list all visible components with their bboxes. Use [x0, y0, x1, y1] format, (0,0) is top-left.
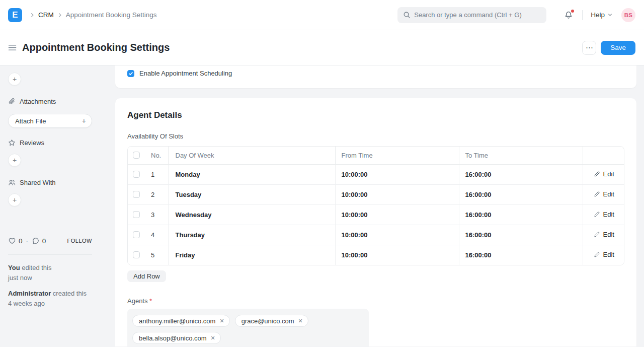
from-time-cell[interactable]: 10:00:00: [335, 204, 459, 225]
edit-row-button[interactable]: Edit: [594, 190, 614, 198]
table-row: 1 Monday 10:00:00 16:00:00 Edit: [128, 164, 624, 184]
enable-scheduling-label: Enable Appointment Scheduling: [139, 70, 232, 77]
help-label: Help: [591, 11, 605, 19]
edit-row-button[interactable]: Edit: [594, 170, 614, 178]
history-actor: Administrator: [8, 290, 51, 297]
select-all-checkbox[interactable]: [133, 152, 140, 159]
edit-label: Edit: [603, 190, 614, 198]
to-time-cell[interactable]: 16:00:00: [459, 245, 583, 265]
attach-file-button[interactable]: Attach File +: [8, 114, 92, 128]
search-icon: [403, 11, 411, 19]
comment-icon[interactable]: [32, 237, 40, 245]
shared-with-section: Shared With: [8, 179, 100, 186]
pencil-icon: [594, 251, 600, 258]
table-row: 3 Wednesday 10:00:00 16:00:00 Edit: [128, 204, 624, 225]
to-time-cell[interactable]: 16:00:00: [459, 204, 583, 225]
notifications-bell-icon[interactable]: [563, 10, 574, 21]
edit-row-button[interactable]: Edit: [594, 211, 614, 218]
plus-icon: +: [82, 117, 86, 125]
add-review-button[interactable]: +: [8, 154, 21, 167]
sidebar-divider: [8, 254, 92, 255]
row-checkbox[interactable]: [133, 171, 140, 178]
help-menu[interactable]: Help: [591, 11, 613, 19]
add-row-button[interactable]: Add Row: [127, 270, 166, 282]
search-input[interactable]: [397, 7, 546, 23]
user-avatar[interactable]: BS: [621, 8, 635, 22]
heart-icon[interactable]: [8, 237, 16, 245]
attachments-label: Attachments: [20, 98, 56, 105]
reviews-section: Reviews: [8, 139, 100, 147]
breadcrumb-item: CRM: [26, 11, 54, 19]
day-of-week-cell[interactable]: Friday: [168, 245, 335, 265]
required-asterisk: *: [149, 297, 152, 305]
from-time-cell[interactable]: 10:00:00: [335, 245, 459, 265]
availability-slots-table: No. Day Of Week From Time To Time 1 Mond…: [127, 146, 624, 265]
edit-label: Edit: [603, 231, 614, 238]
day-of-week-cell[interactable]: Tuesday: [168, 184, 335, 204]
row-checkbox[interactable]: [133, 211, 140, 218]
row-checkbox[interactable]: [133, 251, 140, 258]
breadcrumb-link[interactable]: Appointment Booking Settings: [66, 11, 157, 19]
history-item: You edited this just now: [8, 264, 100, 282]
edit-row-button[interactable]: Edit: [594, 231, 614, 238]
agent-email: bella.alsop@unico.com: [139, 334, 207, 342]
edit-label: Edit: [603, 170, 614, 178]
day-of-week-cell[interactable]: Thursday: [168, 225, 335, 245]
to-time-cell[interactable]: 16:00:00: [459, 184, 583, 204]
row-number: 4: [145, 225, 168, 245]
row-checkbox[interactable]: [133, 191, 140, 198]
agents-label-text: Agents: [127, 297, 147, 305]
history-actor: You: [8, 264, 20, 271]
reviews-label: Reviews: [20, 139, 44, 147]
sidebar-toggle-icon[interactable]: [8, 44, 17, 51]
attachments-section: Attachments: [8, 98, 100, 105]
remove-tag-icon[interactable]: ✕: [298, 318, 303, 324]
from-time-cell[interactable]: 10:00:00: [335, 164, 459, 184]
to-time-cell[interactable]: 16:00:00: [459, 164, 583, 184]
chevron-down-icon: [607, 12, 613, 18]
count-separator: ·: [26, 237, 28, 245]
remove-tag-icon[interactable]: ✕: [211, 335, 215, 341]
agents-field-label: Agents *: [127, 297, 624, 305]
col-header-day: Day Of Week: [168, 147, 335, 164]
agent-email: grace@unico.com: [242, 317, 294, 325]
follow-button[interactable]: FOLLOW: [67, 238, 92, 244]
row-checkbox[interactable]: [133, 231, 140, 238]
history-item: Administrator created this 4 weeks ago: [8, 290, 100, 307]
from-time-cell[interactable]: 10:00:00: [335, 225, 459, 245]
day-of-week-cell[interactable]: Monday: [168, 164, 335, 184]
star-icon: [8, 139, 16, 147]
share-button[interactable]: +: [8, 193, 21, 206]
save-button[interactable]: Save: [601, 41, 635, 55]
history-when: 4 weeks ago: [8, 300, 100, 307]
breadcrumb-item: Appointment Booking Settings: [54, 11, 157, 19]
chevron-right-icon: [29, 12, 35, 18]
to-time-cell[interactable]: 16:00:00: [459, 225, 583, 245]
notification-dot: [571, 10, 574, 13]
day-of-week-cell[interactable]: Wednesday: [168, 204, 335, 225]
enable-scheduling-checkbox[interactable]: [127, 70, 134, 77]
edit-row-button[interactable]: Edit: [594, 251, 614, 258]
pencil-icon: [594, 191, 600, 197]
shared-with-label: Shared With: [20, 179, 56, 186]
paperclip-icon: [8, 98, 16, 105]
table-row: 5 Friday 10:00:00 16:00:00 Edit: [128, 245, 624, 265]
from-time-cell[interactable]: 10:00:00: [335, 184, 459, 204]
attach-file-label: Attach File: [15, 117, 46, 125]
top-navbar: E CRM Appointment Booking Settings Help: [0, 0, 644, 30]
breadcrumb-link[interactable]: CRM: [38, 11, 54, 19]
app-logo[interactable]: E: [8, 8, 22, 22]
add-tag-button[interactable]: +: [8, 73, 21, 86]
agent-tag: anthony.miller@unico.com ✕: [132, 315, 230, 327]
chevron-right-icon: [57, 12, 63, 18]
pencil-icon: [594, 211, 600, 218]
remove-tag-icon[interactable]: ✕: [219, 318, 224, 324]
agents-multiselect[interactable]: anthony.miller@unico.com ✕ grace@unico.c…: [127, 309, 369, 346]
enable-scheduling-field[interactable]: Enable Appointment Scheduling: [127, 70, 624, 77]
like-count: 0: [19, 237, 23, 245]
edit-label: Edit: [603, 211, 614, 218]
table-header-row: No. Day Of Week From Time To Time: [128, 147, 624, 164]
slots-table-body: 1 Monday 10:00:00 16:00:00 Edit 2 Tuesda…: [128, 164, 624, 265]
more-options-button[interactable]: ⋯: [582, 41, 596, 55]
global-search: [397, 7, 546, 23]
